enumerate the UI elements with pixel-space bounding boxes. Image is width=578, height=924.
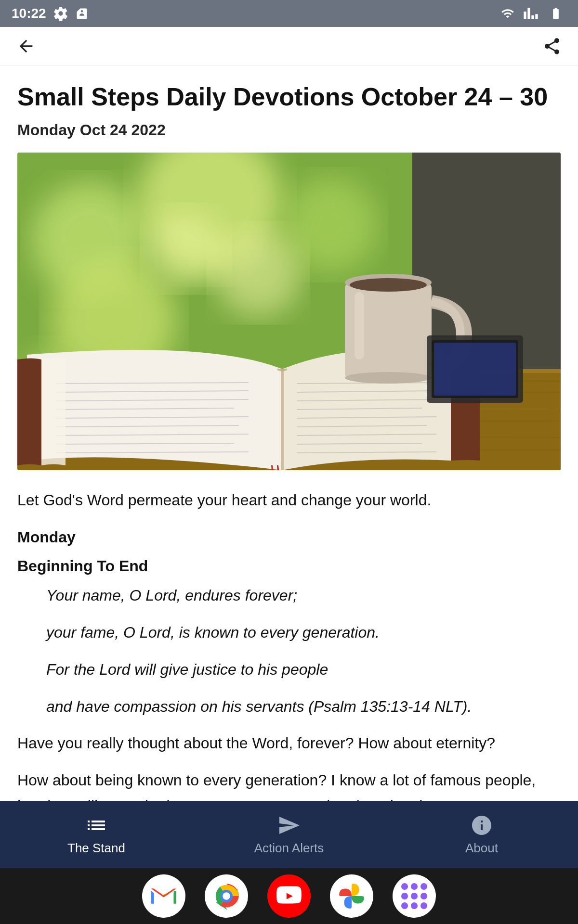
gmail-app-icon[interactable] (142, 874, 185, 918)
scripture-line1: Your name, O Lord, endures forever; (46, 583, 561, 608)
body-paragraph-1: Have you really thought about the Word, … (17, 731, 561, 756)
svg-point-6 (147, 210, 224, 287)
nav-item-the-stand[interactable]: The Stand (0, 814, 193, 856)
scripture-block: Your name, O Lord, endures forever; your… (46, 583, 561, 719)
back-button[interactable] (13, 34, 39, 59)
nav-label-the-stand: The Stand (67, 841, 125, 856)
article-content: Small Steps Daily Devotions October 24 –… (0, 65, 578, 801)
info-icon (470, 814, 493, 837)
nav-label-action-alerts: Action Alerts (254, 841, 324, 856)
list-icon (85, 814, 108, 837)
scripture-line3: For the Lord will give justice to his pe… (46, 657, 561, 682)
sub-heading: Beginning To End (17, 553, 561, 579)
svg-point-5 (215, 230, 302, 316)
apps-dot-8 (411, 902, 418, 909)
bottom-nav: The Stand Action Alerts About (0, 801, 578, 868)
app-drawer-icon[interactable] (393, 874, 436, 918)
article-intro: Let God's Word permeate your heart and c… (17, 488, 561, 513)
google-photos-app-icon[interactable] (330, 874, 373, 918)
nav-item-about[interactable]: About (385, 814, 578, 856)
hero-image (17, 153, 561, 470)
apps-dot-4 (401, 893, 408, 899)
back-arrow-icon (16, 37, 36, 56)
android-dock (0, 868, 578, 924)
article-body: Let God's Word permeate your heart and c… (17, 488, 561, 801)
apps-grid (394, 876, 434, 916)
nav-item-action-alerts[interactable]: Action Alerts (193, 814, 385, 856)
apps-dot-6 (420, 893, 427, 899)
scripture-line4: and have compassion on his servants (Psa… (46, 694, 561, 719)
top-action-bar (0, 27, 578, 65)
svg-point-38 (350, 278, 427, 292)
article-title: Small Steps Daily Devotions October 24 –… (17, 83, 561, 112)
svg-rect-40 (355, 292, 364, 359)
share-icon (542, 37, 562, 56)
apps-dot-3 (420, 883, 427, 890)
send-icon (277, 814, 301, 837)
status-right (499, 6, 566, 21)
svg-point-39 (345, 372, 432, 384)
body-paragraph-2: How about being known to every generatio… (17, 768, 561, 801)
sim-icon (75, 6, 89, 21)
settings-status-icon (53, 6, 68, 21)
status-bar: 10:22 (0, 0, 578, 27)
battery-icon (545, 7, 566, 20)
chrome-app-icon[interactable] (205, 874, 248, 918)
apps-dot-7 (401, 902, 408, 909)
scripture-line2: your fame, O Lord, is known to every gen… (46, 620, 561, 645)
apps-dot-5 (411, 893, 418, 899)
article-date: Monday Oct 24 2022 (17, 121, 561, 139)
nav-label-about: About (465, 841, 498, 856)
status-left: 10:22 (12, 6, 89, 21)
youtube-app-icon[interactable] (267, 874, 311, 918)
svg-point-47 (223, 892, 230, 900)
status-time: 10:22 (12, 6, 46, 21)
signal-icon (523, 6, 539, 21)
svg-rect-43 (434, 343, 516, 396)
apps-dot-2 (411, 883, 418, 890)
content-scroll-area[interactable]: Small Steps Daily Devotions October 24 –… (0, 65, 578, 801)
day-heading: Monday (17, 525, 561, 550)
apps-dot-1 (401, 883, 408, 890)
wifi-icon (499, 7, 516, 20)
apps-dot-9 (420, 902, 427, 909)
share-button[interactable] (539, 34, 565, 59)
